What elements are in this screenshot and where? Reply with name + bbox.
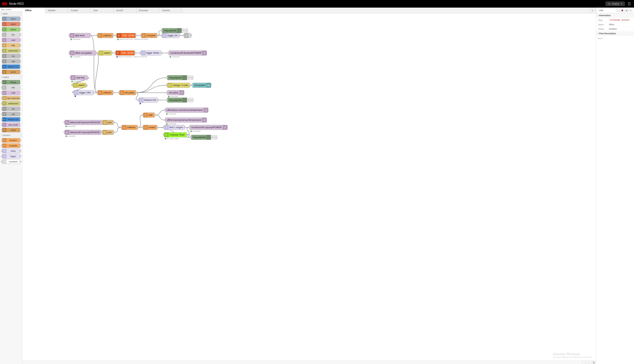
windows-activation-watermark: Activeer Windows Ga naar Instellingen om… [553, 352, 592, 358]
flow-tab-camera[interactable]: Camera [159, 8, 182, 13]
flow-node-collector[interactable]: ƒcollector [98, 90, 113, 95]
sidebar-tab-info[interactable]: i [616, 9, 620, 12]
hamburger-menu-button[interactable]: ☰ [626, 2, 632, 6]
flow-node-7:00 - 22:00[interactable]: ↻7:00 - 22:00 [116, 33, 136, 38]
flow-node-tele/sonoff-doorlock/SENSOR[interactable]: ))tele/sonoff-doorlock/SENSOR [64, 120, 102, 125]
flow-tab-hue[interactable]: Hue [91, 8, 114, 13]
palette-filter-input[interactable] [0, 8, 22, 12]
flow-node-Occupation[interactable]: abcOccupation [192, 83, 211, 88]
flow-node-msg.payload[interactable]: msg.payload [191, 135, 211, 140]
flow-node-7:00 - 22:00[interactable]: ↻7:00 - 22:00 [116, 50, 135, 56]
palette-node-function[interactable]: •function [2, 138, 20, 142]
debug-options-button[interactable] [182, 28, 184, 33]
flow-node-switch[interactable]: ⤭switch [98, 50, 112, 56]
flow-node-trigger 1hr[interactable]: ⎍trigger 1hr [162, 33, 180, 38]
palette-node-serial[interactable]: •serial [2, 70, 20, 74]
sidebar-section-flowdesc[interactable]: Flow Description [596, 31, 634, 36]
flow-node-limit 1 msg/m[interactable]: ⎍limit 1 msg/m [164, 125, 184, 130]
palette-node-Watson-IoT[interactable]: •Watson IoT [2, 64, 20, 69]
palette-node-udp[interactable]: •udp [2, 112, 20, 116]
flow-node-control[interactable]: ƒcontrol [143, 125, 157, 130]
palette-node-websocket[interactable]: •websocket [2, 48, 20, 53]
debug-toggle-button[interactable] [190, 76, 193, 80]
flow-node-split[interactable]: ƒsplit [143, 112, 155, 118]
debug-options-button[interactable] [211, 135, 214, 139]
flow-node-timeout 12h[interactable]: ⎍timeout 12h [139, 98, 158, 102]
flow-node-msg.payload[interactable]: msg.payload [162, 28, 182, 33]
app-logo [2, 2, 7, 5]
flow-node-switch[interactable]: ⤭switch [73, 83, 86, 88]
canvas-footer: − ○ + ▦ [22, 360, 596, 364]
debug-toggle-button[interactable] [185, 28, 188, 33]
palette-node-debug[interactable]: •debug [2, 80, 20, 84]
flow-node-cmnd/sonoff-doorlock/POWER[interactable]: ))cmnd/sonoff-doorlock/POWER [169, 50, 207, 56]
flow-node-collector[interactable]: ƒcollector [98, 33, 113, 38]
info-sidebar: i info i 🐞 ▤ ▾ Information Flow"41f8eb6b… [596, 8, 634, 364]
flow-node-json[interactable]: {}json [102, 120, 114, 125]
palette-node-mqtt[interactable]: •mqtt [2, 38, 20, 42]
flow-node-read key[interactable]: ))read key [70, 75, 88, 80]
flow-node-trigger 24hr[interactable]: ⎍trigger 24hr [74, 90, 94, 95]
palette-node-Watson-IoT[interactable]: •Watson IoT [2, 117, 20, 122]
palette-node-comment[interactable]: •comment [2, 159, 20, 164]
view-grid-button[interactable]: ▦ [592, 361, 595, 364]
palette-category-output[interactable]: output [0, 75, 22, 79]
zoom-out-button[interactable]: − [582, 361, 585, 364]
flow-node-set policy[interactable]: ƒset policy [119, 90, 136, 95]
flow-tab-office[interactable]: Office [22, 8, 45, 13]
flow-node-set policy[interactable]: ))set policy [167, 90, 184, 95]
flow-node-change: 3 rules[interactable]: ⇄change: 3 rules [167, 83, 190, 88]
add-tab-button[interactable]: + [589, 8, 596, 13]
deploy-button[interactable]: Deploy ▼ [606, 2, 625, 6]
palette-node-play-audio[interactable]: •play audio [2, 122, 20, 127]
flow-node-trigger 30min[interactable]: ⎍trigger 30min [140, 50, 162, 56]
palette-node-websocket[interactable]: •websocket [2, 101, 20, 106]
palette-node-trigger[interactable]: •trigger [2, 154, 20, 158]
palette-node-http-response[interactable]: •http response [2, 96, 20, 100]
palette-node-delay[interactable]: •delay [2, 149, 20, 153]
info-value-flow: "41f8eb6b.6252b4" [608, 18, 634, 22]
debug-toggle-button[interactable] [214, 135, 217, 139]
palette-node-link[interactable]: •link [2, 85, 20, 90]
palette-node-serial[interactable]: •serial [2, 128, 20, 132]
palette-node-link[interactable]: •link [2, 32, 20, 37]
palette-node-tcp[interactable]: •tcp [2, 106, 20, 111]
flow-node-msg.payload[interactable]: msg.payload [167, 75, 187, 80]
palette-node-udp[interactable]: •udp [2, 59, 20, 64]
sidebar-section-information[interactable]: Information [596, 13, 634, 18]
palette-node-http[interactable]: •http [2, 43, 20, 48]
flow-node-office/cvpump/sensor/temperature[interactable]: ))office/cvpump/sensor/temperature [165, 118, 207, 122]
flow-tab-sonoff[interactable]: Sonoff [114, 8, 136, 13]
flow-node-cmnd/sonoff-cvpump/POWER[interactable]: ))cmnd/sonoff-cvpump/POWER [190, 125, 228, 130]
zoom-reset-button[interactable]: ○ [586, 361, 588, 364]
flow-node-n7[interactable]: ○ [184, 33, 191, 38]
palette-category-input[interactable]: input [0, 12, 22, 16]
flow-node-json[interactable]: {}json [102, 130, 114, 135]
canvas-viewport[interactable]: ))light levelconnectedƒcollector↻7:00 - … [22, 13, 596, 364]
flow-tab-garden[interactable]: Garden [45, 8, 68, 13]
palette-node-template[interactable]: •template [2, 143, 20, 148]
flow-node-msg.payload[interactable]: msg.payload [167, 98, 187, 102]
flow-node-compare[interactable]: ƒcompare [141, 33, 157, 38]
sidebar-tab-dropdown[interactable]: ▾ [629, 9, 632, 12]
flow-node-collector[interactable]: ƒcollector [122, 125, 138, 130]
flow-node-light level[interactable]: ))light level [70, 33, 90, 38]
palette-node-status[interactable]: •status [2, 27, 20, 32]
palette-node-tcp[interactable]: •tcp [2, 54, 20, 58]
sidebar-tab-dashboard[interactable]: ▤ [624, 9, 628, 12]
flow-node-office/door-lock/sensor/temperature[interactable]: ))office/door-lock/sensor/temperature [165, 108, 208, 112]
debug-options-button[interactable] [187, 98, 190, 102]
flow-node-CVpump Timer[interactable]: ⏲CVpump Timer [164, 132, 187, 137]
palette-node-inject[interactable]: •inject [2, 16, 20, 21]
palette-category-function[interactable]: function [0, 133, 22, 137]
flow-node-office occupation[interactable]: ))office occupation [70, 50, 96, 56]
flow-node-tele/sonoff-cvpump/SENSOR[interactable]: ))tele/sonoff-cvpump/SENSOR [64, 130, 101, 135]
zoom-in-button[interactable]: + [589, 361, 592, 364]
debug-options-button[interactable] [187, 76, 190, 80]
palette-node-mqtt[interactable]: •mqtt [2, 90, 20, 95]
sidebar-tab-debug[interactable]: 🐞 [620, 9, 624, 12]
debug-toggle-button[interactable] [190, 98, 193, 102]
flow-tab-curtain[interactable]: Curtain [68, 8, 91, 13]
flow-tab-enocean[interactable]: Enocean [136, 8, 159, 13]
palette-node-catch[interactable]: •catch [2, 22, 20, 26]
